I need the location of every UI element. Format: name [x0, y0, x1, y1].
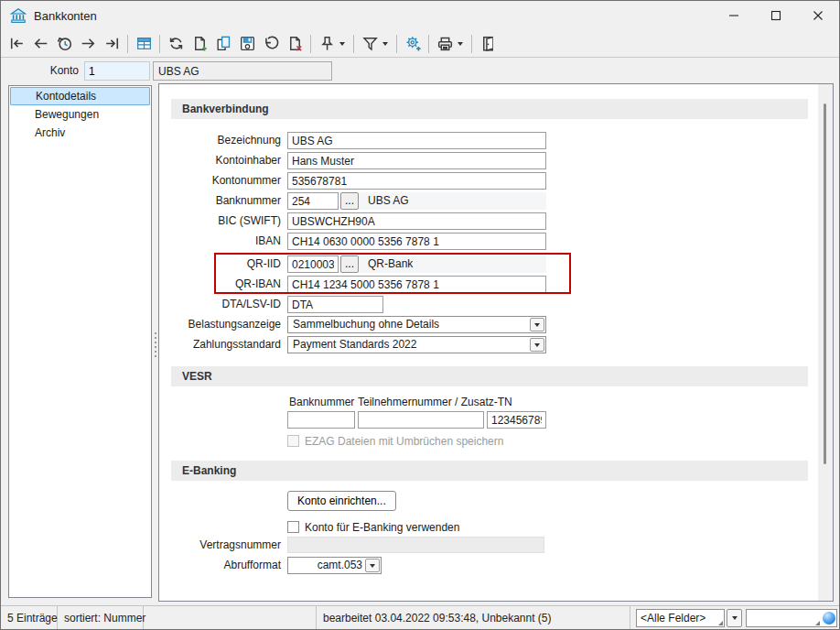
qr-iid-browse-button[interactable]: ...: [340, 255, 359, 273]
zahlungsstandard-value: Payment Standards 2022: [293, 337, 527, 353]
print-icon: [436, 34, 455, 53]
maximize-button[interactable]: [755, 1, 797, 30]
iban-input[interactable]: [287, 233, 546, 250]
vertical-scrollbar[interactable]: [818, 84, 833, 601]
abrufformat-value: camt.053: [293, 558, 362, 573]
banknummer-browse-button[interactable]: ...: [340, 192, 359, 210]
filter-dropdown-button[interactable]: [382, 42, 388, 46]
status-empty-cell: [144, 606, 317, 629]
filter-icon: [361, 34, 380, 53]
pin-button[interactable]: [315, 32, 339, 56]
nav-back-button[interactable]: [28, 32, 52, 56]
section-header-vesr: VESR: [171, 366, 808, 386]
ebanking-use-checkbox[interactable]: [287, 521, 299, 533]
close-icon: [813, 10, 824, 21]
delete-record-button[interactable]: [283, 32, 307, 56]
dta-input[interactable]: [287, 296, 383, 313]
kontonummer-label: Kontonummer: [159, 172, 281, 190]
qr-iid-bankname: QR-Bank: [368, 255, 413, 273]
search-globe-icon[interactable]: [823, 612, 835, 625]
konto-number-input[interactable]: [84, 61, 150, 81]
delete-record-icon: [285, 34, 305, 53]
refresh-button[interactable]: [164, 32, 188, 56]
bezeichnung-label: Bezeichnung: [159, 132, 281, 149]
qr-iid-input[interactable]: [287, 255, 339, 273]
nav-first-button[interactable]: [5, 32, 28, 56]
kontonummer-input[interactable]: [287, 172, 546, 190]
qr-iid-group: ... QR-Bank: [287, 255, 546, 273]
save-record-button[interactable]: [235, 32, 259, 56]
status-sort-order: sortiert: Nummer: [58, 606, 144, 629]
qr-iid-label: QR-IID: [159, 255, 281, 273]
undo-button[interactable]: [259, 32, 283, 56]
vesr-teilnehmer-input[interactable]: [358, 411, 484, 429]
nav-last-button[interactable]: [100, 32, 124, 56]
qr-iban-input[interactable]: [287, 276, 546, 293]
abrufformat-combobox[interactable]: camt.053: [287, 557, 382, 574]
vesr-teilnehmer-label: Teilnehmernummer / Zusatz-TN: [358, 396, 512, 408]
bezeichnung-input[interactable]: [287, 132, 546, 149]
qr-iban-label: QR-IBAN: [159, 276, 281, 293]
pin-dropdown-button[interactable]: [339, 42, 345, 46]
dta-label: DTA/LSV-ID: [159, 296, 281, 313]
banknummer-input[interactable]: [287, 192, 339, 210]
section-header-bankverbindung: Bankverbindung: [171, 99, 808, 119]
undo-icon: [262, 34, 281, 53]
table-view-button[interactable]: [132, 32, 156, 56]
nav-first-icon: [7, 34, 27, 53]
ezag-checkbox-label: EZAG Dateien mit Umbrüchen speichern: [305, 435, 503, 448]
save-record-icon: [238, 34, 257, 53]
search-field-filter-combobox[interactable]: <Alle Felder>: [636, 609, 725, 627]
record-header: Konto UBS AG: [1, 58, 839, 83]
filter-button[interactable]: [358, 32, 382, 56]
title-bar: Bankkonten: [1, 1, 839, 30]
new-record-button[interactable]: [188, 32, 211, 56]
toolbar-separator: [396, 35, 397, 53]
bic-input[interactable]: [287, 212, 546, 230]
zahlungsstandard-dropdown-icon[interactable]: [530, 338, 544, 352]
nav-last-icon: [102, 34, 122, 53]
abrufformat-label: Abrufformat: [159, 557, 281, 574]
copy-record-button[interactable]: [211, 32, 235, 56]
banknummer-label: Banknummer: [159, 192, 281, 210]
new-record-icon: [190, 34, 210, 53]
toolbar: [1, 30, 839, 58]
ezag-checkbox: [287, 435, 299, 447]
settings-add-button[interactable]: [401, 32, 425, 56]
minimize-button[interactable]: [713, 1, 755, 30]
nav-forward-button[interactable]: [76, 32, 100, 56]
section-header-ebanking: E-Banking: [171, 461, 808, 481]
exit-button[interactable]: [476, 32, 500, 56]
print-button[interactable]: [433, 32, 457, 56]
zahlungsstandard-combobox[interactable]: Payment Standards 2022: [287, 336, 546, 353]
vesr-banknummer-label: Banknummer: [289, 396, 354, 408]
banknummer-bankname: UBS AG: [368, 192, 409, 210]
vesr-banknummer-input[interactable]: [287, 411, 355, 429]
search-field-filter-dropdown-button[interactable]: [727, 609, 742, 627]
sidebar-item-kontodetails[interactable]: Kontodetails: [10, 87, 150, 105]
sidebar-item-archiv[interactable]: Archiv: [10, 124, 150, 142]
toolbar-separator: [310, 35, 311, 53]
bic-label: BIC (SWIFT): [159, 212, 281, 230]
copy-record-icon: [214, 34, 233, 53]
konto-name-display: UBS AG: [153, 61, 332, 81]
belastungsanzeige-dropdown-icon[interactable]: [530, 318, 544, 331]
abrufformat-dropdown-icon[interactable]: [365, 559, 380, 572]
history-button[interactable]: [52, 32, 76, 56]
quick-search-input[interactable]: [748, 611, 818, 625]
close-button[interactable]: [797, 1, 839, 30]
quick-search-box: [746, 609, 837, 627]
minimize-icon: [728, 10, 739, 21]
kontoinhaber-input[interactable]: [287, 152, 546, 169]
scrollbar-thumb[interactable]: [824, 103, 826, 464]
sidebar-item-bewegungen[interactable]: Bewegungen: [10, 105, 150, 124]
print-dropdown-button[interactable]: [458, 42, 463, 46]
sidebar-splitter[interactable]: [152, 85, 158, 598]
toolbar-separator: [127, 35, 128, 53]
vesr-zusatz-input[interactable]: [487, 411, 546, 429]
nav-forward-icon: [79, 34, 98, 53]
konto-einrichten-button[interactable]: Konto einrichten...: [287, 491, 396, 511]
kontoinhaber-label: Kontoinhaber: [159, 152, 281, 169]
refresh-icon: [167, 34, 186, 53]
belastungsanzeige-combobox[interactable]: Sammelbuchung ohne Details: [287, 316, 546, 333]
